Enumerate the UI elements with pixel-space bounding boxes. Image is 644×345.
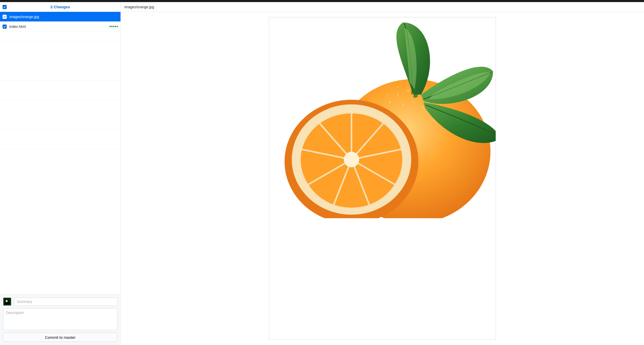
avatar xyxy=(3,297,11,306)
svg-point-2 xyxy=(397,94,398,95)
empty-row xyxy=(0,90,120,100)
svg-point-10 xyxy=(402,104,404,106)
file-row[interactable]: index.html xyxy=(0,22,120,32)
commit-summary-input[interactable] xyxy=(14,297,117,306)
file-checkbox[interactable] xyxy=(3,15,7,19)
empty-row xyxy=(0,41,120,51)
empty-row xyxy=(0,110,120,120)
image-preview-area xyxy=(121,12,644,345)
diff-added-indicator xyxy=(109,26,118,27)
empty-row xyxy=(0,71,120,81)
svg-point-11 xyxy=(413,102,414,103)
svg-point-13 xyxy=(433,120,434,121)
file-list: images/orange.jpg index.html xyxy=(0,12,120,294)
empty-row xyxy=(0,100,120,110)
changes-header: 2 Changes xyxy=(0,2,120,12)
main-area: 2 Changes images/orange.jpg index.html xyxy=(0,2,644,345)
svg-point-14 xyxy=(387,94,388,95)
orange-image-icon xyxy=(269,17,496,218)
content-pane: images/orange.jpg xyxy=(121,2,644,345)
changes-tab[interactable]: 2 Changes xyxy=(3,5,118,9)
changes-sidebar: 2 Changes images/orange.jpg index.html xyxy=(0,2,121,345)
app-root: 2 Changes images/orange.jpg index.html xyxy=(0,0,644,345)
empty-row xyxy=(0,51,120,61)
empty-row xyxy=(0,61,120,71)
svg-point-1 xyxy=(389,101,391,103)
file-name: images/orange.jpg xyxy=(9,15,118,19)
window-titlebar xyxy=(0,0,644,2)
svg-point-19 xyxy=(344,152,359,167)
file-checkbox[interactable] xyxy=(3,25,7,29)
file-name: index.html xyxy=(9,25,107,29)
commit-button[interactable]: Commit to master xyxy=(3,333,117,342)
empty-row xyxy=(0,139,120,149)
empty-row xyxy=(0,32,120,41)
commit-description-input[interactable] xyxy=(3,308,117,330)
svg-point-12 xyxy=(423,107,424,108)
image-preview xyxy=(269,17,496,340)
empty-row xyxy=(0,120,120,130)
content-header-path: images/orange.jpg xyxy=(121,2,644,12)
svg-point-15 xyxy=(397,86,398,87)
svg-point-3 xyxy=(407,90,409,91)
file-row[interactable]: images/orange.jpg xyxy=(0,12,120,22)
commit-form: Commit to master xyxy=(0,294,120,345)
empty-row xyxy=(0,130,120,139)
summary-row xyxy=(3,297,117,306)
empty-row xyxy=(0,81,120,90)
